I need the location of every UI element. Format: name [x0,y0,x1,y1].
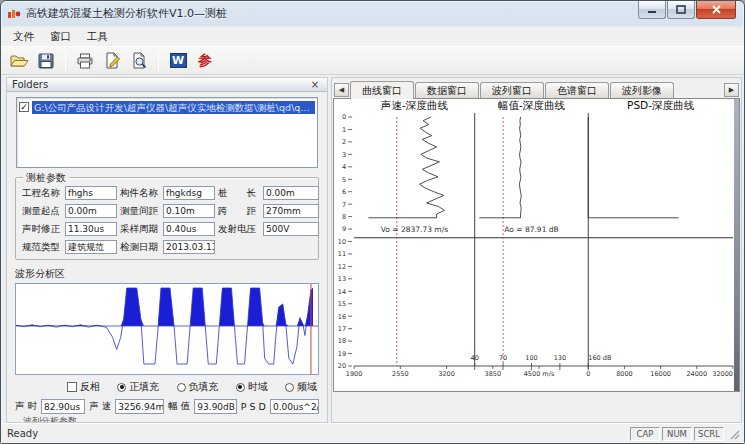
svg-text:14: 14 [338,288,346,296]
print-preview-button[interactable] [127,49,151,73]
page-magnifier-icon [129,51,149,71]
maximize-icon [676,5,686,14]
word-icon: W [170,53,187,68]
right-panel: ◀ 曲线窗口数据窗口波列窗口色谱窗口波列影像 ▶ 012345678910111… [331,77,742,423]
svg-text:9: 9 [342,225,346,233]
param-field[interactable]: 500V [263,222,319,236]
tab-波列影像[interactable]: 波列影像 [610,82,674,98]
print-setup-button[interactable] [100,49,124,73]
waveform-controls: 反相 正填充 负填充 时域 [67,380,317,394]
negative-fill-radio[interactable] [177,383,186,392]
freq-domain-radio[interactable] [285,383,294,392]
param-label: 构件名称 [120,187,160,200]
status-bar: Ready CAP NUM SCRL [1,423,744,443]
svg-text:PSD-深度曲线: PSD-深度曲线 [627,99,695,111]
tab-scroll-left-button[interactable]: ◀ [334,83,349,97]
tab-波列窗口[interactable]: 波列窗口 [480,82,544,98]
menu-item-工具[interactable]: 工具 [79,28,116,46]
svg-text:3850: 3850 [484,370,501,378]
tab-strip: ◀ 曲线窗口数据窗口波列窗口色谱窗口波列影像 ▶ [332,78,741,98]
param-field[interactable]: 0.10m [163,204,215,218]
param-field[interactable]: 2013.03.13 [163,240,215,254]
folders-header: Folders × [7,78,327,92]
time-domain-control[interactable]: 时域 [236,380,268,394]
menu-item-窗口[interactable]: 窗口 [42,28,79,46]
freq-domain-control[interactable]: 频域 [285,380,317,394]
sound-speed-label: 声 速 [89,400,111,413]
depth-curves-svg: 01234567891011121314151617181920声速-深度曲线1… [334,99,739,391]
waveform-svg [16,284,318,374]
amplitude-field[interactable]: 93.90dB [194,399,236,414]
open-file-button[interactable] [7,49,31,73]
waveform-plot [15,283,319,375]
minimize-button[interactable] [638,1,666,19]
printer-icon [75,51,95,71]
svg-text:130: 130 [554,354,566,362]
svg-text:0: 0 [342,113,346,121]
menu-bar: 文件窗口工具 [1,26,744,46]
parameter-settings-button[interactable]: 参 [193,49,217,73]
maximize-button[interactable] [667,1,695,19]
status-message: Ready [5,428,628,439]
param-label: 测量间距 [120,205,160,218]
svg-text:40: 40 [471,354,479,362]
svg-text:4: 4 [342,163,346,171]
toolbar-separator [65,51,66,71]
menu-item-文件[interactable]: 文件 [5,28,42,46]
param-label: 声时修正 [22,223,62,236]
save-button[interactable] [34,49,58,73]
param-label: 跨 距 [218,205,260,218]
main-area: Folders × ✓G:\公司产品设计开发\超声仪器\超声仪实地检测数据\测桩… [1,75,744,423]
tab-数据窗口[interactable]: 数据窗口 [415,82,479,98]
param-field[interactable]: 0.40us [163,222,215,236]
psd-label: P S D [241,401,266,412]
page-pencil-icon [102,51,122,71]
pile-params-legend: 测桩参数 [23,171,69,185]
svg-text:16: 16 [338,313,346,321]
sound-time-field[interactable]: 82.90us [41,399,85,414]
print-button[interactable] [73,49,97,73]
sound-speed-field[interactable]: 3256.94m/s [115,399,164,414]
svg-text:100: 100 [525,354,537,362]
param-field[interactable]: 0.00m [263,186,319,200]
tab-色谱窗口[interactable]: 色谱窗口 [545,82,609,98]
open-folder-icon [9,51,29,71]
svg-text:7: 7 [342,201,346,209]
positive-fill-control[interactable]: 正填充 [117,380,159,394]
psd-field[interactable]: 0.00us^2/m [270,399,319,414]
num-lock-indicator: NUM [662,427,692,441]
time-domain-radio[interactable] [236,383,245,392]
svg-text:15: 15 [338,300,346,308]
svg-text:5: 5 [342,176,346,184]
svg-text:16000: 16000 [650,370,671,378]
positive-fill-radio[interactable] [117,383,126,392]
close-button[interactable] [696,1,736,19]
folders-close-button[interactable]: × [308,78,322,91]
sound-time-label: 声 时 [15,400,37,413]
param-field[interactable]: fhghs [65,186,117,200]
svg-text:32000: 32000 [712,370,733,378]
folders-title: Folders [12,79,48,90]
folder-list-item[interactable]: ✓G:\公司产品设计开发\超声仪器\超声仪实地检测数据\测桩\qd\qd03\q… [19,100,315,114]
tab-曲线窗口[interactable]: 曲线窗口 [350,81,414,99]
invert-control[interactable]: 反相 [67,380,100,394]
invert-checkbox[interactable] [67,382,77,392]
svg-text:3200: 3200 [438,370,455,378]
export-word-button[interactable]: W [166,49,190,73]
svg-text:10: 10 [338,238,346,246]
folders-list[interactable]: ✓G:\公司产品设计开发\超声仪器\超声仪实地检测数据\测桩\qd\qd03\q… [16,97,318,168]
param-field[interactable]: 270mm [263,204,319,218]
freq-domain-label: 频域 [297,380,317,394]
app-window: 高铁建筑混凝土检测分析软件V1.0—测桩 文件窗口工具 [0,0,745,444]
tab-scroll-right-button[interactable]: ▶ [724,83,739,97]
negative-fill-control[interactable]: 负填充 [177,380,219,394]
resize-grip[interactable] [728,428,740,440]
folder-item-checkbox[interactable]: ✓ [19,102,29,112]
svg-text:4500 m/s: 4500 m/s [524,370,555,378]
svg-text:12: 12 [338,263,346,271]
svg-text:Ao = 87.91 dB: Ao = 87.91 dB [504,225,559,234]
param-field[interactable]: 0.00m [65,204,117,218]
param-field[interactable]: 建筑规范 [65,240,117,254]
param-field[interactable]: fhgkdsg [163,186,215,200]
param-field[interactable]: 11.30us [65,222,117,236]
